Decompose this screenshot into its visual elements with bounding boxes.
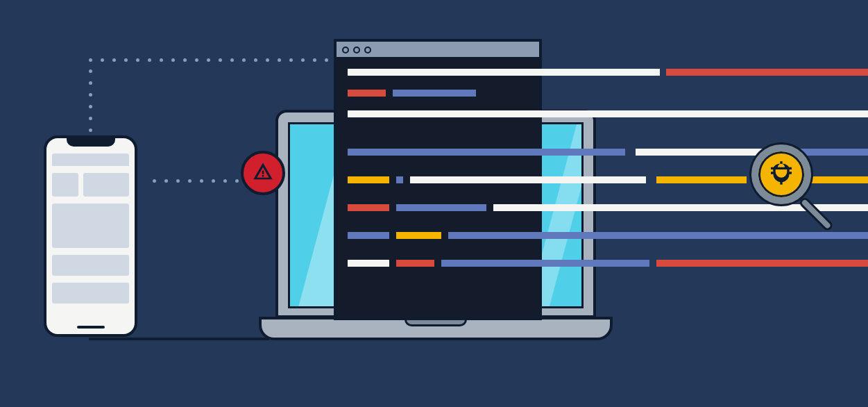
magnifier-lens: [751, 144, 811, 204]
code-body: [337, 60, 539, 317]
window-dot: [364, 47, 371, 53]
window-dot: [342, 47, 349, 53]
code-line-segment: [396, 176, 403, 183]
code-line-segment: [396, 260, 434, 267]
code-line-segment: [636, 149, 767, 156]
code-line-segment: [348, 260, 389, 267]
bug-icon: [767, 159, 795, 190]
phone-screen: [52, 153, 129, 319]
code-line-segment: [348, 176, 389, 183]
code-line-segment: [348, 90, 386, 97]
connection-wire: [89, 338, 269, 340]
window-dot: [353, 47, 360, 53]
code-line-segment: [396, 204, 486, 211]
code-line-segment: [348, 110, 868, 117]
code-line-segment: [348, 204, 389, 211]
code-line-segment: [656, 260, 868, 267]
code-line-segment: [393, 90, 476, 97]
code-line-segment: [441, 260, 649, 267]
code-line-segment: [410, 176, 646, 183]
code-line-segment: [348, 149, 625, 156]
warning-icon: [253, 161, 273, 185]
code-line-segment: [666, 69, 868, 76]
phone-home-indicator: [77, 326, 105, 329]
magnifier-handle: [798, 196, 834, 232]
code-line-segment: [348, 69, 660, 76]
window-titlebar: [337, 42, 539, 60]
phone-device: [44, 135, 137, 337]
code-line-segment: [448, 232, 868, 239]
code-line-segment: [396, 232, 441, 239]
code-line-segment: [656, 176, 747, 183]
magnifier-bug: [751, 144, 835, 228]
code-line-segment: [348, 232, 389, 239]
phone-notch: [67, 138, 115, 147]
error-badge: [241, 151, 285, 195]
